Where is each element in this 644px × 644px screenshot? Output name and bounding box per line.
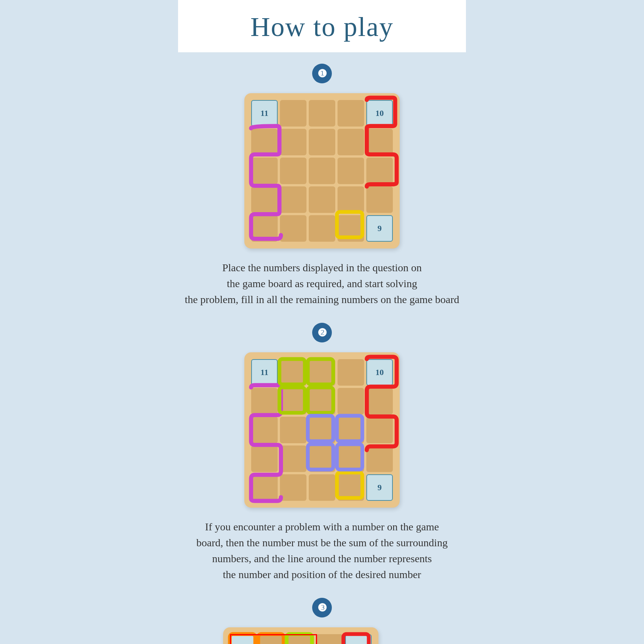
s2-cell-4-2 <box>309 474 335 501</box>
s2-cell-1-2 <box>309 388 335 414</box>
step3-indicator: ❸ <box>312 598 332 617</box>
cell-1-0 <box>251 129 278 155</box>
game-grid-1: 11 10 <box>251 100 393 242</box>
cell-0-2 <box>309 100 335 127</box>
s2-cell-1-4 <box>366 388 393 414</box>
cell-4-0 <box>251 215 278 242</box>
page-header: How to play <box>178 0 466 52</box>
step2-board: 11 10 9 <box>244 352 400 508</box>
s2-cell-4-3 <box>338 474 364 501</box>
s2-cell-3-1 <box>280 445 306 472</box>
s2-cell-4-0 <box>251 474 278 501</box>
s2-cell-2-4 <box>366 417 393 443</box>
s3-cell-0-3 <box>316 634 343 644</box>
s2-cell-3-3 <box>338 445 364 472</box>
step3-content: 11 10 <box>223 624 420 644</box>
s3-cell-0-1 <box>259 634 285 644</box>
s2-cell-0-2 <box>309 359 335 386</box>
s2-cell-0-0: 11 <box>251 359 278 386</box>
s2-cell-2-1 <box>280 417 306 443</box>
cell-2-0 <box>251 158 278 184</box>
cell-0-4: 10 <box>366 100 393 127</box>
cell-1-3 <box>338 129 364 155</box>
cell-2-3 <box>338 158 364 184</box>
s2-cell-2-0 <box>251 417 278 443</box>
game-grid-2: 11 10 9 <box>251 359 393 501</box>
s2-cell-2-3 <box>338 417 364 443</box>
s2-cell-0-1 <box>280 359 306 386</box>
cell-4-2 <box>309 215 335 242</box>
step3-board: 11 10 <box>223 627 378 644</box>
cell-0-3 <box>338 100 364 127</box>
step1-indicator: ❶ <box>312 64 332 83</box>
cell-2-4 <box>366 158 393 184</box>
s3-cell-0-0: 11 <box>230 634 256 644</box>
s2-cell-1-0 <box>251 388 278 414</box>
cell-2-1 <box>280 158 306 184</box>
step1-description: Place the numbers displayed in the quest… <box>185 260 460 308</box>
game-grid-3: 11 10 <box>230 634 372 644</box>
cell-3-3 <box>338 186 364 213</box>
s2-cell-0-4: 10 <box>366 359 393 386</box>
s2-cell-3-2 <box>309 445 335 472</box>
cell-4-1 <box>280 215 306 242</box>
cell-0-1 <box>280 100 306 127</box>
s3-cell-0-4: 10 <box>345 634 372 644</box>
cell-3-4 <box>366 186 393 213</box>
cell-3-0 <box>251 186 278 213</box>
cell-2-2 <box>309 158 335 184</box>
s2-cell-3-0 <box>251 445 278 472</box>
step1-board: 11 10 <box>244 93 400 249</box>
cell-4-3 <box>338 215 364 242</box>
s2-cell-1-1 <box>280 388 306 414</box>
step2-description: If you encounter a problem with a number… <box>196 519 447 583</box>
s2-cell-3-4 <box>366 445 393 472</box>
s2-cell-1-3 <box>338 388 364 414</box>
cell-3-2 <box>309 186 335 213</box>
cell-0-0: 11 <box>251 100 278 127</box>
cell-1-2 <box>309 129 335 155</box>
cell-1-4 <box>366 129 393 155</box>
s3-cell-0-2 <box>288 634 314 644</box>
s2-cell-0-3 <box>338 359 364 386</box>
cell-1-1 <box>280 129 306 155</box>
s2-cell-4-4: 9 <box>366 474 393 501</box>
cell-3-1 <box>280 186 306 213</box>
s2-cell-2-2 <box>309 417 335 443</box>
step2-indicator: ❷ <box>312 323 332 342</box>
page-title: How to play <box>193 11 451 43</box>
cell-4-4: 9 <box>366 215 393 242</box>
s2-cell-4-1 <box>280 474 306 501</box>
